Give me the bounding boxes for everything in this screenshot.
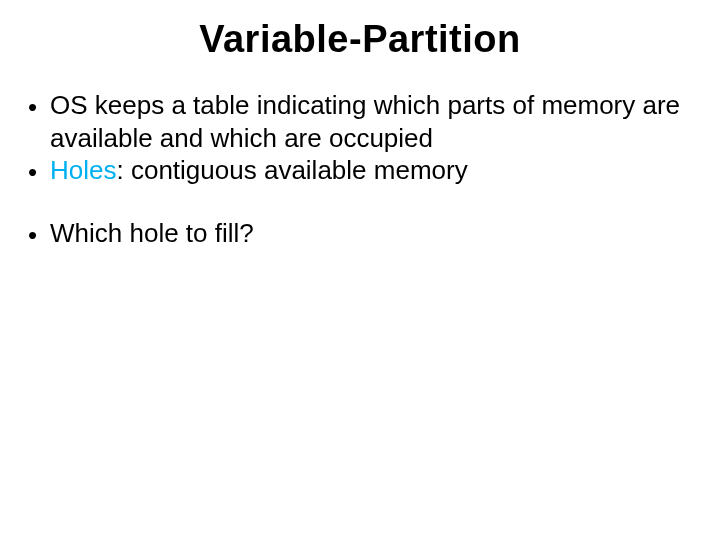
bullet-dot-icon: • (28, 89, 50, 124)
bullet-item-2: • Holes: contiguous available memory (28, 154, 702, 189)
bullet-group-1: • OS keeps a table indicating which part… (28, 89, 702, 189)
slide-title: Variable-Partition (0, 0, 720, 61)
bullet-dot-icon: • (28, 154, 50, 189)
bullet-text-rest: : contiguous available memory (116, 155, 467, 185)
slide-body: • OS keeps a table indicating which part… (0, 61, 720, 251)
bullet-dot-icon: • (28, 217, 50, 252)
bullet-text: Holes: contiguous available memory (50, 154, 702, 187)
bullet-text: Which hole to fill? (50, 217, 702, 250)
highlight-term: Holes (50, 155, 116, 185)
bullet-item-3: • Which hole to fill? (28, 217, 702, 252)
bullet-group-2: • Which hole to fill? (28, 217, 702, 252)
bullet-item-1: • OS keeps a table indicating which part… (28, 89, 702, 154)
slide: Variable-Partition • OS keeps a table in… (0, 0, 720, 540)
bullet-text: OS keeps a table indicating which parts … (50, 89, 702, 154)
